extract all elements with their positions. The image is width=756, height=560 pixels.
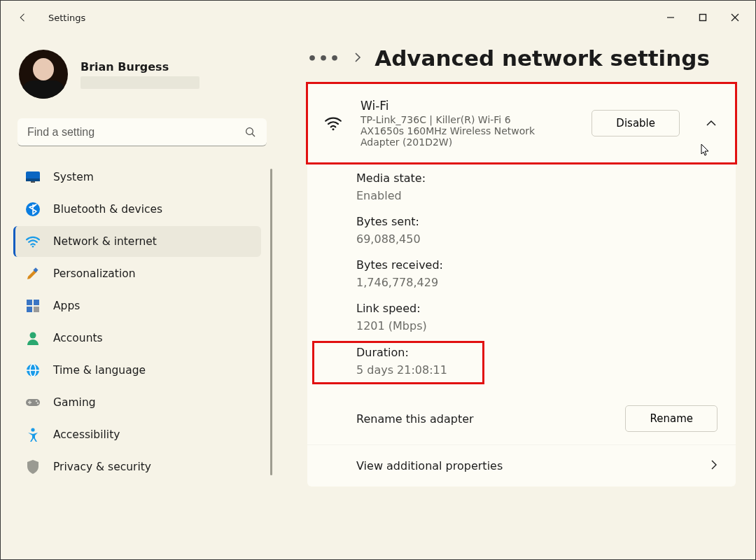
shield-icon	[25, 459, 41, 475]
page-title: Advanced network settings	[374, 46, 710, 71]
wifi-details: Media state: Enabled Bytes sent: 69,088,…	[307, 163, 736, 393]
bytes-received-label: Bytes received:	[356, 258, 736, 272]
sidebar-item-label: Time & language	[53, 364, 146, 377]
svg-rect-8	[31, 181, 35, 183]
svg-rect-24	[29, 400, 31, 404]
bytes-received-row: Bytes received: 1,746,778,429	[356, 254, 736, 298]
svg-point-21	[36, 400, 38, 402]
link-speed-label: Link speed:	[356, 302, 736, 315]
nav-list: System Bluetooth & devices Network & int…	[13, 162, 274, 482]
sidebar-item-accessibility[interactable]: Accessibility	[13, 419, 261, 450]
bytes-sent-value: 69,088,450	[356, 232, 736, 246]
sidebar-item-label: Personalization	[53, 267, 136, 280]
svg-rect-13	[34, 300, 39, 305]
wifi-header-row[interactable]: Wi-Fi TP-Link_736C | Killer(R) Wi-Fi 6 A…	[307, 83, 736, 163]
gamepad-icon	[25, 395, 41, 410]
svg-point-22	[37, 402, 39, 405]
paintbrush-icon	[25, 266, 41, 281]
duration-highlight: Duration: 5 days 21:08:11	[312, 341, 484, 384]
adapter-description: TP-Link_736C | Killer(R) Wi-Fi 6 AX1650s…	[360, 114, 556, 148]
search-icon	[244, 126, 257, 141]
avatar	[19, 50, 68, 99]
chevron-right-icon	[710, 459, 718, 472]
wifi-card: Wi-Fi TP-Link_736C | Killer(R) Wi-Fi 6 A…	[307, 83, 736, 486]
profile-block[interactable]: Brian Burgess	[13, 46, 274, 111]
chevron-right-icon	[354, 52, 362, 65]
sidebar-item-system[interactable]: System	[13, 162, 261, 192]
sidebar-item-apps[interactable]: Apps	[13, 290, 261, 321]
svg-rect-1	[700, 15, 706, 21]
svg-point-25	[31, 428, 34, 431]
breadcrumb: ••• Advanced network settings	[307, 46, 736, 71]
bytes-sent-label: Bytes sent:	[356, 215, 736, 228]
adapter-name: Wi-Fi	[360, 99, 575, 113]
close-button[interactable]	[719, 6, 751, 29]
profile-name: Brian Burgess	[80, 60, 200, 74]
scrollbar[interactable]	[270, 169, 272, 475]
view-properties-label: View additional properties	[356, 459, 503, 472]
svg-point-4	[246, 128, 253, 135]
duration-value: 5 days 21:08:11	[356, 363, 477, 377]
svg-point-10	[32, 246, 34, 248]
back-button[interactable]	[12, 6, 34, 29]
sidebar-item-label: System	[53, 171, 94, 183]
sidebar: Brian Burgess System Bluetoo	[1, 34, 279, 559]
view-properties-row[interactable]: View additional properties	[307, 444, 736, 486]
sidebar-item-label: Accessibility	[53, 428, 120, 441]
cursor-icon	[701, 144, 710, 159]
svg-rect-7	[26, 178, 40, 181]
globe-icon	[25, 363, 41, 378]
link-speed-value: 1201 (Mbps)	[356, 319, 736, 332]
sidebar-item-bluetooth[interactable]: Bluetooth & devices	[13, 194, 261, 225]
svg-line-5	[252, 134, 255, 136]
sidebar-item-network[interactable]: Network & internet	[13, 226, 261, 257]
media-state-value: Enabled	[356, 189, 736, 202]
svg-rect-12	[27, 300, 32, 305]
search-input[interactable]	[18, 118, 267, 146]
system-icon	[25, 169, 41, 185]
svg-rect-14	[27, 307, 32, 312]
svg-rect-15	[34, 307, 39, 312]
media-state-row: Media state: Enabled	[356, 167, 736, 211]
minimize-button[interactable]	[654, 6, 687, 29]
person-icon	[25, 330, 41, 346]
app-title: Settings	[48, 13, 85, 23]
breadcrumb-ellipsis[interactable]: •••	[307, 50, 341, 67]
window-controls	[654, 6, 751, 29]
svg-point-16	[30, 332, 36, 339]
main-panel: ••• Advanced network settings Wi-Fi TP-L…	[279, 34, 755, 559]
bytes-received-value: 1,746,778,429	[356, 276, 736, 289]
bluetooth-icon	[25, 202, 41, 217]
link-speed-row: Link speed: 1201 (Mbps)	[356, 298, 736, 341]
apps-icon	[25, 298, 41, 314]
duration-label: Duration:	[356, 346, 477, 359]
sidebar-item-label: Network & internet	[53, 235, 157, 248]
maximize-button[interactable]	[687, 6, 719, 29]
sidebar-item-label: Accounts	[53, 332, 103, 344]
wifi-icon	[25, 234, 41, 249]
rename-row: Rename this adapter Rename	[307, 393, 736, 444]
wifi-icon	[323, 115, 344, 131]
sidebar-item-privacy[interactable]: Privacy & security	[13, 451, 261, 482]
sidebar-item-gaming[interactable]: Gaming	[13, 387, 261, 418]
titlebar: Settings	[1, 1, 755, 34]
chevron-up-icon[interactable]	[702, 120, 720, 127]
rename-button[interactable]: Rename	[625, 405, 718, 432]
sidebar-item-time-language[interactable]: Time & language	[13, 355, 261, 386]
disable-button[interactable]: Disable	[592, 110, 680, 136]
bytes-sent-row: Bytes sent: 69,088,450	[356, 211, 736, 254]
profile-email-redacted	[80, 76, 200, 89]
media-state-label: Media state:	[356, 172, 736, 185]
sidebar-item-accounts[interactable]: Accounts	[13, 323, 261, 354]
sidebar-item-personalization[interactable]: Personalization	[13, 258, 261, 289]
sidebar-item-label: Bluetooth & devices	[53, 203, 162, 216]
accessibility-icon	[25, 427, 41, 442]
sidebar-item-label: Apps	[53, 300, 80, 312]
svg-point-26	[332, 128, 334, 130]
sidebar-item-label: Privacy & security	[53, 461, 151, 473]
sidebar-item-label: Gaming	[53, 396, 96, 409]
rename-label: Rename this adapter	[356, 412, 474, 426]
